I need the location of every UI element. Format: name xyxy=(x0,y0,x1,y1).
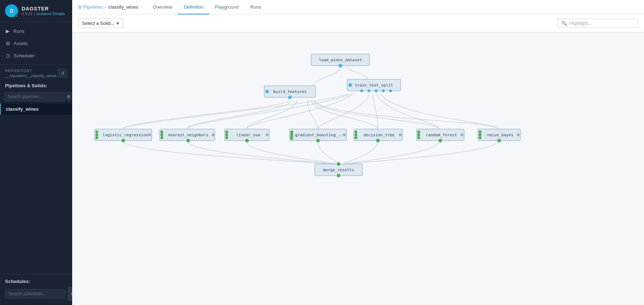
svg-point-61 xyxy=(479,136,482,139)
select-solid-button[interactable]: Select a Solid... ▾ xyxy=(78,18,123,28)
svg-point-46 xyxy=(355,133,358,136)
top-bar: ⊞ Pipelines › classify_wines Overview De… xyxy=(72,0,644,14)
refresh-repo-button[interactable]: ↺ xyxy=(58,68,67,78)
svg-point-43 xyxy=(316,139,320,142)
node-naive-bayes[interactable]: naive_bayes xyxy=(478,129,521,142)
svg-point-25 xyxy=(161,136,163,139)
tab-runs[interactable]: Runs xyxy=(244,0,267,14)
svg-point-17 xyxy=(96,133,98,136)
sidebar-item-assets-label: Assets xyxy=(14,41,28,46)
svg-text:naive_bayes: naive_bayes xyxy=(487,133,513,137)
logo-icon: D xyxy=(5,4,18,17)
svg-point-59 xyxy=(479,131,482,133)
svg-point-24 xyxy=(161,133,163,136)
schedules-heading: Schedules: xyxy=(5,279,67,284)
svg-point-16 xyxy=(96,131,98,133)
chevron-down-icon: ▾ xyxy=(117,21,119,26)
svg-text:linear_svm: linear_svm xyxy=(236,133,260,137)
svg-text:load_wines_dataset: load_wines_dataset xyxy=(319,58,362,62)
node-nearest-neighbors[interactable]: nearest_neighbors xyxy=(160,129,215,142)
svg-point-50 xyxy=(376,139,380,142)
pipeline-grid-view-button[interactable]: ⊞ xyxy=(66,92,71,101)
svg-point-63 xyxy=(517,133,520,136)
highlight-search-box: 🔍 xyxy=(557,19,638,28)
tab-bar: Overview Definition Playground Runs xyxy=(147,0,267,14)
node-linear-svm[interactable]: linear_svm xyxy=(225,129,270,142)
pipeline-item-classify-wines[interactable]: classify_wines xyxy=(0,103,72,115)
dag-canvas[interactable]: load_wines_dataset build_features train_… xyxy=(72,32,644,305)
logo-area: D DAGSTER 0.9.21 | Instance Details xyxy=(0,0,72,22)
repository-section: REPOSITORY __repository__classify_wines … xyxy=(0,65,72,79)
breadcrumb-pipelines-link[interactable]: ⊞ Pipelines xyxy=(78,4,102,10)
svg-point-32 xyxy=(225,136,228,139)
scheduler-icon: ◷ xyxy=(6,53,10,58)
svg-point-8 xyxy=(349,83,352,87)
brand-name: DAGSTER xyxy=(22,6,65,12)
svg-point-27 xyxy=(212,133,215,136)
svg-point-42 xyxy=(343,133,346,136)
schedule-search-input[interactable] xyxy=(5,289,66,299)
node-random-forest[interactable]: random_forest xyxy=(417,129,464,142)
assets-icon: ⊞ xyxy=(6,40,10,46)
sidebar-item-scheduler[interactable]: ◷ Scheduler xyxy=(0,49,72,62)
svg-text:random_forest: random_forest xyxy=(426,133,457,137)
tab-definition[interactable]: Definition xyxy=(178,0,209,14)
sidebar-item-runs-label: Runs xyxy=(13,28,24,34)
svg-point-20 xyxy=(148,133,151,136)
sidebar-bottom: Schedules: ⊞ View All xyxy=(0,274,72,305)
svg-point-18 xyxy=(96,136,98,139)
svg-point-57 xyxy=(439,139,442,142)
node-train-test-split[interactable]: train_test_split xyxy=(347,79,401,92)
node-build-features[interactable]: build_features xyxy=(264,86,316,99)
search-icon: 🔍 xyxy=(561,21,567,26)
tab-playground[interactable]: Playground xyxy=(209,0,245,14)
svg-point-52 xyxy=(417,131,420,133)
svg-text:merge_results: merge_results xyxy=(323,168,354,172)
svg-point-34 xyxy=(266,133,269,136)
svg-text:logistic_regression: logistic_regression xyxy=(103,133,148,137)
svg-point-64 xyxy=(498,139,501,142)
svg-point-10 xyxy=(360,89,363,92)
svg-point-45 xyxy=(355,131,358,133)
node-gradient-boosting[interactable]: gradient_boosting_... xyxy=(290,129,347,142)
svg-point-49 xyxy=(399,133,402,136)
svg-text:train_test_split: train_test_split xyxy=(355,83,393,88)
svg-point-31 xyxy=(225,133,228,136)
breadcrumb-pipeline-name: classify_wines xyxy=(108,4,138,10)
svg-point-12 xyxy=(375,89,378,92)
pipeline-icon: ⊞ xyxy=(78,4,82,10)
sidebar: D DAGSTER 0.9.21 | Instance Details ▶ Ru… xyxy=(0,0,72,305)
repository-label: REPOSITORY xyxy=(5,69,57,73)
toolbar: Select a Solid... ▾ 🔍 xyxy=(72,14,644,32)
svg-text:gradient_boosting_...: gradient_boosting_... xyxy=(295,133,345,137)
sidebar-item-assets[interactable]: ⊞ Assets xyxy=(0,37,72,49)
tab-overview[interactable]: Overview xyxy=(147,0,178,14)
node-logistic-regression[interactable]: logistic_regression xyxy=(95,129,152,142)
repository-name: __repository__classify_wines xyxy=(5,74,57,78)
brand-version: 0.9.21 xyxy=(22,12,33,16)
main-content: ⊞ Pipelines › classify_wines Overview De… xyxy=(72,0,644,305)
dag-svg: load_wines_dataset build_features train_… xyxy=(72,32,644,305)
pipeline-search-input[interactable] xyxy=(4,92,65,101)
svg-point-11 xyxy=(368,89,371,92)
svg-point-66 xyxy=(337,162,341,166)
highlight-input[interactable] xyxy=(569,21,634,26)
svg-point-23 xyxy=(161,131,163,133)
select-solid-label: Select a Solid... xyxy=(82,21,114,26)
node-decision-tree[interactable]: decision_tree xyxy=(354,129,403,142)
svg-point-47 xyxy=(355,136,358,139)
instance-details-link[interactable]: Instance Details xyxy=(36,12,65,16)
svg-point-28 xyxy=(187,139,190,142)
node-merge-results[interactable]: merge_results xyxy=(315,162,363,177)
sidebar-item-runs[interactable]: ▶ Runs xyxy=(0,25,72,37)
svg-text:decision_tree: decision_tree xyxy=(363,133,394,137)
breadcrumb: ⊞ Pipelines › classify_wines xyxy=(78,4,138,10)
main-nav: ▶ Runs ⊞ Assets ◷ Scheduler xyxy=(0,22,72,65)
brand: DAGSTER 0.9.21 | Instance Details xyxy=(22,6,65,16)
svg-text:nearest_neighbors: nearest_neighbors xyxy=(168,133,209,137)
node-load-wines-dataset[interactable]: load_wines_dataset xyxy=(311,54,370,67)
svg-point-60 xyxy=(479,133,482,136)
svg-point-14 xyxy=(389,89,392,92)
runs-icon: ▶ xyxy=(6,28,10,34)
svg-point-2 xyxy=(339,64,342,67)
